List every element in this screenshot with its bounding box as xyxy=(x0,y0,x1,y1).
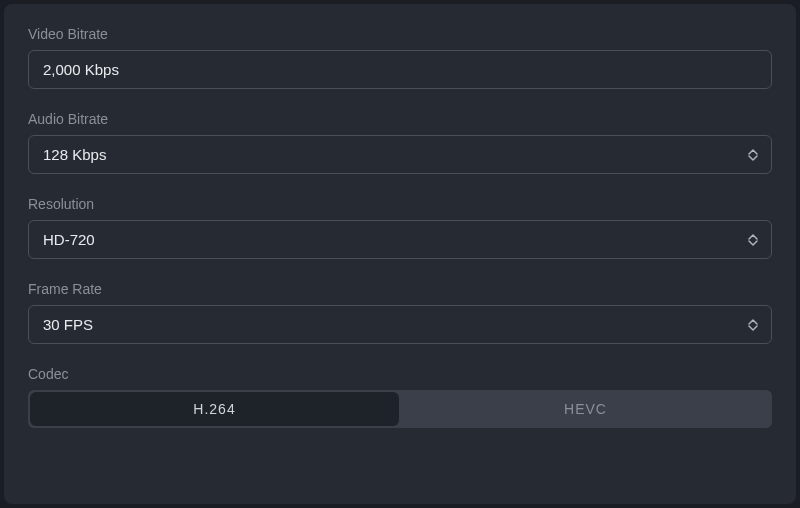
settings-panel: Video Bitrate Audio Bitrate 128 Kbps Res… xyxy=(4,4,796,504)
codec-segmented-control: H.264 HEVC xyxy=(28,390,772,428)
resolution-value: HD-720 xyxy=(43,231,95,248)
frame-rate-group: Frame Rate 30 FPS xyxy=(28,281,772,344)
audio-bitrate-label: Audio Bitrate xyxy=(28,111,772,127)
frame-rate-label: Frame Rate xyxy=(28,281,772,297)
resolution-label: Resolution xyxy=(28,196,772,212)
codec-option-h264[interactable]: H.264 xyxy=(30,392,399,426)
audio-bitrate-select[interactable]: 128 Kbps xyxy=(28,135,772,174)
codec-group: Codec H.264 HEVC xyxy=(28,366,772,428)
video-bitrate-label: Video Bitrate xyxy=(28,26,772,42)
video-bitrate-input[interactable] xyxy=(28,50,772,89)
audio-bitrate-value: 128 Kbps xyxy=(43,146,106,163)
codec-option-hevc[interactable]: HEVC xyxy=(401,392,770,426)
codec-label: Codec xyxy=(28,366,772,382)
audio-bitrate-group: Audio Bitrate 128 Kbps xyxy=(28,111,772,174)
frame-rate-value: 30 FPS xyxy=(43,316,93,333)
resolution-group: Resolution HD-720 xyxy=(28,196,772,259)
resolution-select[interactable]: HD-720 xyxy=(28,220,772,259)
frame-rate-select[interactable]: 30 FPS xyxy=(28,305,772,344)
video-bitrate-group: Video Bitrate xyxy=(28,26,772,89)
